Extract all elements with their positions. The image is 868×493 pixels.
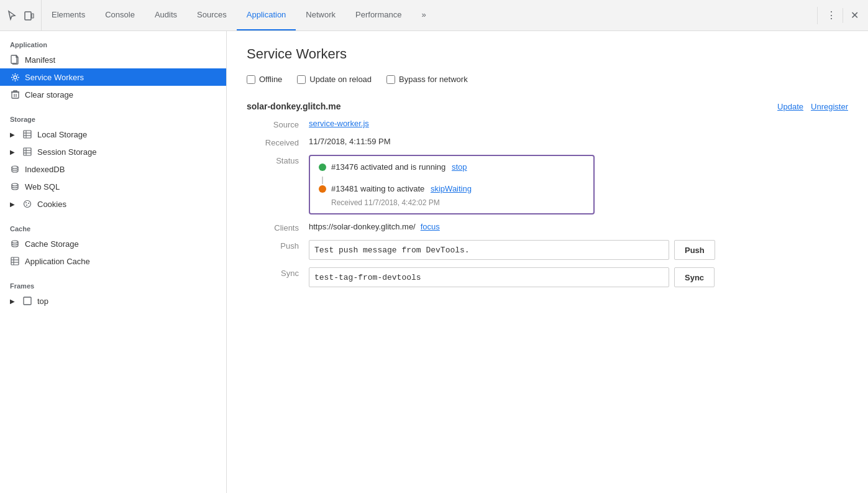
tab-console[interactable]: Console <box>95 0 145 30</box>
svg-rect-1 <box>32 14 34 18</box>
tab-audits[interactable]: Audits <box>145 0 187 30</box>
page-title: Service Workers <box>247 46 848 62</box>
status-row-waiting: #13481 waiting to activate skipWaiting <box>319 184 585 193</box>
unregister-link[interactable]: Unregister <box>811 102 848 111</box>
db-icon-indexed <box>10 164 20 174</box>
clients-label: Clients <box>247 222 309 233</box>
tab-network[interactable]: Network <box>296 0 345 30</box>
sidebar-item-top-label: top <box>37 297 48 306</box>
svg-point-18 <box>25 202 27 203</box>
expand-arrow-top: ▶ <box>10 297 17 305</box>
clients-value: https://solar-donkey.glitch.me/ focus <box>309 222 848 231</box>
source-link[interactable]: service-worker.js <box>309 119 369 128</box>
sidebar-item-local-storage[interactable]: ▶ Local Storage <box>0 126 226 143</box>
svg-point-15 <box>12 166 18 168</box>
gear-icon <box>10 72 20 82</box>
sidebar-section-application: Application <box>0 36 226 51</box>
sidebar-item-cookies-label: Cookies <box>37 200 66 209</box>
tab-list: Elements Console Audits Sources Applicat… <box>42 0 817 30</box>
bypass-for-network-checkbox[interactable]: Bypass for network <box>386 75 468 84</box>
update-on-reload-input[interactable] <box>297 75 306 84</box>
sidebar-item-local-storage-label: Local Storage <box>37 130 87 139</box>
update-on-reload-label: Update on reload <box>309 75 372 84</box>
status-box: #13476 activated and is running stop #13 <box>309 155 595 214</box>
content-area: Service Workers Offline Update on reload… <box>227 31 868 493</box>
svg-rect-4 <box>12 92 19 98</box>
status-label: Status <box>247 155 309 165</box>
status-waiting-text: #13481 waiting to activate skipWaiting <box>331 184 472 193</box>
sidebar-item-manifest-label: Manifest <box>25 55 55 65</box>
sync-input[interactable] <box>309 267 669 287</box>
status-row-running: #13476 activated and is running stop <box>319 162 585 172</box>
device-icon[interactable] <box>22 9 36 22</box>
tab-performance[interactable]: Performance <box>345 0 411 30</box>
received-value: 11/7/2018, 4:11:59 PM <box>309 137 848 146</box>
sidebar-item-cache-storage[interactable]: Cache Storage <box>0 235 226 252</box>
offline-input[interactable] <box>247 75 255 84</box>
svg-rect-22 <box>11 257 19 265</box>
push-label: Push <box>247 240 309 251</box>
menu-icon[interactable]: ⋮ <box>823 7 840 24</box>
stop-link[interactable]: stop <box>452 162 467 172</box>
sidebar-item-service-workers[interactable]: Service Workers <box>0 68 226 86</box>
sidebar-section-cache: Cache <box>0 220 226 235</box>
sidebar-item-clear-storage[interactable]: Clear storage <box>0 86 226 103</box>
sidebar-section-storage: Storage <box>0 111 226 126</box>
main-layout: Application Manifest Service Workers Cle… <box>0 31 868 493</box>
status-value: #13476 activated and is running stop #13 <box>309 155 848 214</box>
push-button[interactable]: Push <box>674 240 715 260</box>
sidebar-item-websql-label: Web SQL <box>25 182 60 191</box>
tab-bar: Elements Console Audits Sources Applicat… <box>0 0 868 31</box>
svg-point-17 <box>24 201 31 208</box>
update-on-reload-checkbox[interactable]: Update on reload <box>297 75 372 84</box>
sidebar-item-service-workers-label: Service Workers <box>25 73 84 82</box>
svg-point-19 <box>28 203 29 204</box>
svg-rect-0 <box>25 12 31 20</box>
tab-elements[interactable]: Elements <box>42 0 95 30</box>
status-dot-green <box>319 164 326 171</box>
status-dot-orange <box>319 185 326 193</box>
domain-actions: Update Unregister <box>777 102 848 111</box>
domain-name: solar-donkey.glitch.me <box>247 101 340 111</box>
sidebar-item-cache-storage-label: Cache Storage <box>25 239 79 249</box>
bypass-for-network-input[interactable] <box>386 75 395 84</box>
offline-checkbox[interactable]: Offline <box>247 75 282 84</box>
svg-rect-26 <box>24 297 31 305</box>
update-link[interactable]: Update <box>777 102 803 111</box>
info-table: Source service-worker.js Received 11/7/2… <box>247 119 848 287</box>
sidebar-item-manifest[interactable]: Manifest <box>0 51 226 68</box>
expand-arrow-local-storage: ▶ <box>10 131 17 138</box>
source-label: Source <box>247 119 309 129</box>
tab-application[interactable]: Application <box>237 0 296 30</box>
tab-sources[interactable]: Sources <box>187 0 237 30</box>
tab-bar-right: ⋮ ✕ <box>817 7 868 24</box>
file-icon <box>10 55 20 65</box>
domain-block: solar-donkey.glitch.me Update Unregister… <box>247 101 848 287</box>
svg-rect-7 <box>24 131 31 138</box>
focus-link[interactable]: focus <box>421 222 440 231</box>
sidebar-item-cookies[interactable]: ▶ Cookies <box>0 195 226 213</box>
sync-button[interactable]: Sync <box>674 267 715 287</box>
cursor-icon[interactable] <box>5 9 19 22</box>
sidebar-item-indexeddb[interactable]: IndexedDB <box>0 160 226 178</box>
sidebar-item-indexeddb-label: IndexedDB <box>25 165 65 174</box>
db-icon-cache <box>10 239 20 249</box>
svg-point-3 <box>14 76 17 79</box>
close-icon[interactable]: ✕ <box>846 7 863 24</box>
sidebar-section-frames: Frames <box>0 277 226 292</box>
sidebar-item-websql[interactable]: Web SQL <box>0 178 226 195</box>
sidebar-item-application-cache[interactable]: Application Cache <box>0 252 226 270</box>
svg-point-16 <box>12 183 18 186</box>
source-value: service-worker.js <box>309 119 848 128</box>
status-running-text: #13476 activated and is running stop <box>331 162 467 172</box>
trash-icon <box>10 90 20 99</box>
push-input[interactable] <box>309 240 669 260</box>
skip-waiting-link[interactable]: skipWaiting <box>431 184 472 193</box>
table-icon-local <box>22 129 32 139</box>
tab-more[interactable]: » <box>411 0 436 30</box>
sidebar-item-session-storage[interactable]: ▶ Session Storage <box>0 143 226 160</box>
bypass-for-network-label: Bypass for network <box>399 75 468 84</box>
clients-url: https://solar-donkey.glitch.me/ <box>309 222 416 231</box>
sidebar-item-top[interactable]: ▶ top <box>0 292 226 310</box>
options-row: Offline Update on reload Bypass for netw… <box>247 75 848 84</box>
